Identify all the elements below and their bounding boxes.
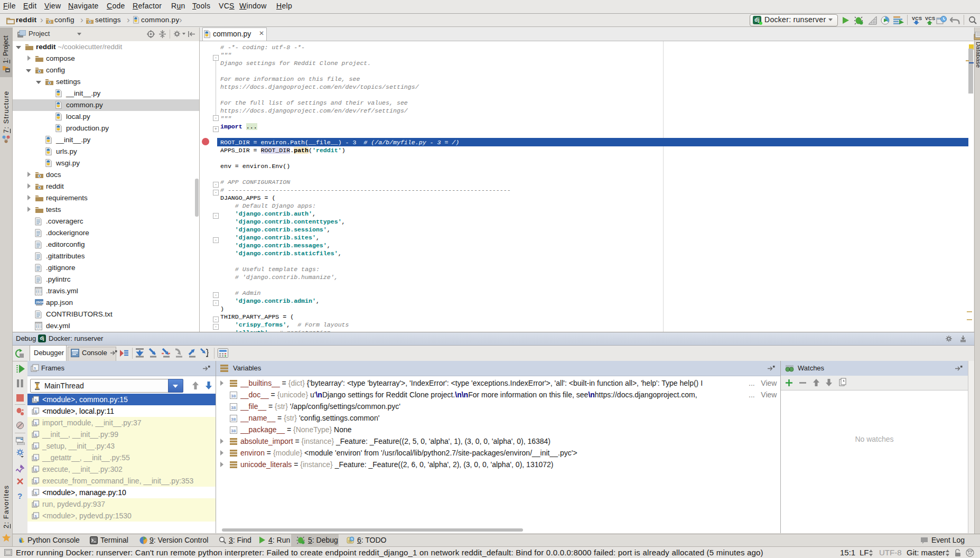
svg-text:38: 38 bbox=[231, 394, 236, 398]
svg-text:s: s bbox=[35, 456, 37, 460]
svg-text:VCS: VCS bbox=[912, 16, 922, 21]
svg-text:s: s bbox=[35, 421, 37, 425]
svg-text:s: s bbox=[35, 410, 37, 414]
svg-text:s: s bbox=[35, 479, 37, 483]
svg-text:38: 38 bbox=[231, 429, 236, 433]
svg-text:s: s bbox=[35, 433, 37, 437]
svg-text:38: 38 bbox=[231, 417, 236, 422]
svg-text:s: s bbox=[35, 444, 37, 449]
svg-text:s: s bbox=[35, 398, 37, 402]
svg-text:s: s bbox=[35, 503, 37, 507]
svg-text:VCS: VCS bbox=[925, 16, 935, 21]
svg-text:s: s bbox=[35, 514, 37, 518]
svg-text:38: 38 bbox=[231, 405, 236, 410]
svg-text:s: s bbox=[35, 491, 37, 495]
svg-text:s: s bbox=[34, 366, 36, 370]
svg-text:JSON: JSON bbox=[35, 300, 43, 304]
svg-text:s: s bbox=[35, 468, 37, 472]
